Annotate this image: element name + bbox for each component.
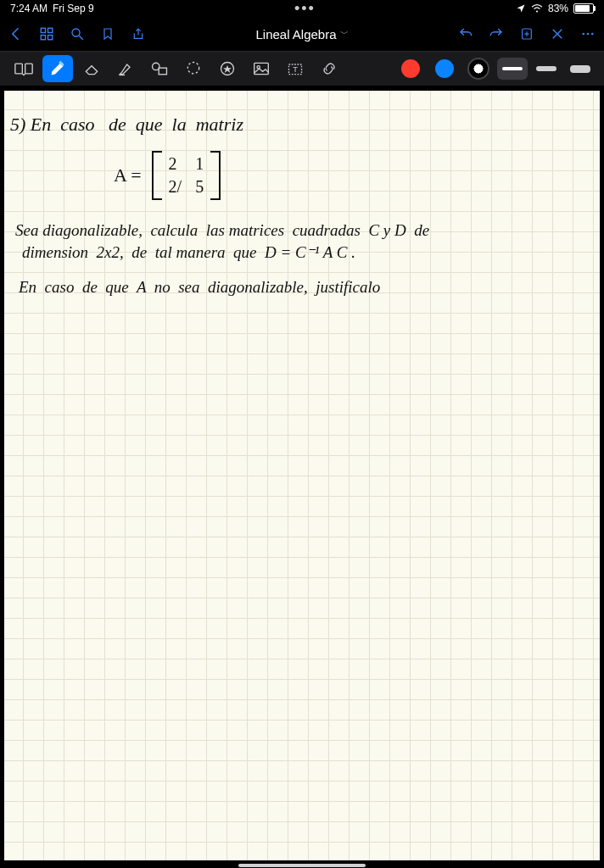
close-icon[interactable] xyxy=(548,25,567,43)
color-blue[interactable] xyxy=(429,55,460,82)
battery-icon xyxy=(573,3,594,14)
color-picker[interactable] xyxy=(463,55,494,82)
image-tool[interactable] xyxy=(246,55,277,82)
wifi-icon xyxy=(531,3,543,14)
location-icon xyxy=(516,3,526,14)
svg-point-0 xyxy=(536,10,538,12)
svg-point-12 xyxy=(582,33,584,36)
matrix-m12: 1 xyxy=(195,154,204,174)
add-page-icon[interactable] xyxy=(517,25,536,43)
shape-tool[interactable] xyxy=(144,55,175,82)
svg-point-20 xyxy=(187,63,199,74)
back-button[interactable] xyxy=(7,25,25,43)
drawing-toolbar: T xyxy=(0,51,604,86)
stroke-width-thin[interactable] xyxy=(497,58,528,80)
svg-line-6 xyxy=(79,36,83,40)
redo-button[interactable] xyxy=(487,25,506,43)
battery-percent: 83% xyxy=(548,3,568,14)
read-mode-icon[interactable] xyxy=(8,55,39,82)
note-line-3: En caso de que A no sea diagonalizable, … xyxy=(19,278,380,297)
share-icon[interactable] xyxy=(129,25,148,43)
svg-rect-2 xyxy=(48,28,53,32)
undo-button[interactable] xyxy=(456,25,475,43)
matrix-m11: 2 xyxy=(169,154,182,174)
svg-rect-1 xyxy=(41,28,45,32)
matrix-A: A = 2 1 2/ 5 xyxy=(114,151,221,200)
svg-rect-4 xyxy=(48,36,53,40)
grid-view-icon[interactable] xyxy=(37,25,56,43)
highlighter-tool[interactable] xyxy=(110,55,141,82)
matrix-label: A = xyxy=(114,164,142,186)
svg-text:T: T xyxy=(293,65,298,74)
search-icon[interactable] xyxy=(68,25,87,43)
note-line-2b: dimension 2x2, de tal manera que D = C⁻¹… xyxy=(22,242,355,262)
chevron-down-icon: ﹀ xyxy=(340,28,349,40)
matrix-m21: 2/ xyxy=(169,177,182,197)
svg-rect-22 xyxy=(254,63,269,74)
nav-bar: Lineal Algebra ﹀ xyxy=(0,17,604,51)
svg-point-14 xyxy=(591,33,594,36)
note-line-1: 5) En caso de que la matriz xyxy=(10,114,243,136)
matrix-m22: 5 xyxy=(195,177,204,197)
eraser-tool[interactable] xyxy=(76,55,107,82)
lasso-tool[interactable] xyxy=(178,55,209,82)
pen-tool[interactable] xyxy=(42,55,73,82)
favorites-tool[interactable] xyxy=(212,55,243,82)
more-icon[interactable] xyxy=(579,25,597,43)
link-tool[interactable] xyxy=(314,55,344,82)
bookmark-icon[interactable] xyxy=(98,25,117,43)
color-red[interactable] xyxy=(395,55,426,82)
svg-rect-16 xyxy=(25,64,32,74)
status-date: Fri Sep 9 xyxy=(53,3,94,14)
svg-point-13 xyxy=(587,33,590,36)
document-title-dropdown[interactable]: Lineal Algebra ﹀ xyxy=(255,27,348,42)
document-title-label: Lineal Algebra xyxy=(255,27,336,42)
note-page[interactable]: 5) En caso de que la matriz A = 2 1 2/ 5… xyxy=(3,90,601,861)
home-indicator[interactable] xyxy=(238,864,366,867)
canvas-area: 5) En caso de que la matriz A = 2 1 2/ 5… xyxy=(0,86,604,868)
svg-rect-3 xyxy=(41,36,45,40)
svg-rect-19 xyxy=(159,68,166,75)
status-time: 7:24 AM xyxy=(10,3,48,14)
stroke-width-medium[interactable] xyxy=(531,58,562,80)
svg-point-5 xyxy=(72,29,80,36)
multitask-dots-icon[interactable]: ••• xyxy=(294,0,316,18)
note-line-2a: Sea diagonalizable, calcula las matrices… xyxy=(15,221,429,240)
status-bar: 7:24 AM Fri Sep 9 ••• 83% xyxy=(0,0,604,17)
svg-rect-15 xyxy=(15,64,22,74)
stroke-width-thick[interactable] xyxy=(565,58,596,80)
text-tool[interactable]: T xyxy=(280,55,310,82)
